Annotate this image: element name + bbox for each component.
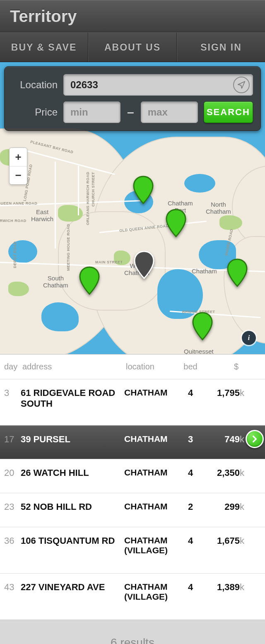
cell-location: CHATHAM (VILLAGE) xyxy=(124,535,178,555)
cell-price: 299k xyxy=(203,502,244,512)
table-row[interactable]: 43 227 VINEYARD AVE CHATHAM (VILLAGE) 4 … xyxy=(0,573,265,620)
cell-bed: 3 xyxy=(178,434,203,445)
town-label: South Chatham xyxy=(43,275,68,289)
row-open-button[interactable] xyxy=(246,430,264,448)
col-location: location xyxy=(124,362,178,371)
cell-bed: 2 xyxy=(178,502,203,512)
main-nav: BUY & SAVE ABOUT US SIGN IN xyxy=(0,32,265,62)
cell-price: 2,350k xyxy=(203,468,244,478)
cell-price: 1,795k xyxy=(203,388,244,398)
map-pin[interactable] xyxy=(78,266,101,296)
cell-bed: 4 xyxy=(178,388,203,398)
table-row[interactable]: 20 26 WATCH HILL CHATHAM 4 2,350k xyxy=(0,459,265,493)
cell-location: CHATHAM xyxy=(124,468,178,478)
table-row[interactable]: 36 106 TISQUANTUM RD CHATHAM (VILLAGE) 4… xyxy=(0,527,265,573)
cell-bed: 4 xyxy=(178,582,203,593)
cell-day: 17 xyxy=(0,434,21,445)
cell-day: 36 xyxy=(0,535,21,546)
cell-day: 23 xyxy=(0,502,21,512)
cell-bed: 4 xyxy=(178,468,203,478)
map-pin[interactable] xyxy=(132,175,154,205)
range-dash: – xyxy=(127,105,134,119)
cell-address: 106 TISQUANTUM RD xyxy=(21,535,124,546)
road-label: S HARWICH ROAD xyxy=(0,219,26,223)
cell-address: 61 RIDGEVALE ROAD SOUTH xyxy=(21,388,124,409)
map-pin[interactable] xyxy=(165,208,187,238)
col-price: $ xyxy=(203,362,244,371)
cell-location: CHATHAM (VILLAGE) xyxy=(124,582,178,602)
cell-price: 1,389k xyxy=(203,582,244,593)
map-pin[interactable] xyxy=(191,311,214,341)
cell-location: CHATHAM xyxy=(124,434,178,444)
map-park xyxy=(58,205,83,222)
zoom-control: + − xyxy=(9,147,27,185)
map-pin[interactable] xyxy=(226,258,248,288)
road-label: MEETING HOUSE ROAD xyxy=(66,224,70,271)
cell-day: 43 xyxy=(0,582,21,593)
map[interactable]: PLEASANT BAY ROAD ORLEANS HARWICH ROAD C… xyxy=(0,62,265,355)
town-label: Quitnesset xyxy=(184,348,214,355)
table-row[interactable]: 23 52 NOB HILL RD CHATHAM 2 299k xyxy=(0,493,265,527)
col-address: address xyxy=(21,362,124,371)
zoom-in-button[interactable]: + xyxy=(10,148,27,166)
chevron-right-icon xyxy=(251,435,259,443)
search-button[interactable]: SEARCH xyxy=(204,101,253,123)
price-min-input[interactable] xyxy=(63,101,120,123)
price-max-input[interactable] xyxy=(141,101,198,123)
cell-address: 39 PURSEL xyxy=(21,434,124,445)
nav-about-us[interactable]: ABOUT US xyxy=(88,33,177,62)
results-footer: 6 results xyxy=(0,620,265,644)
col-day: day xyxy=(0,362,21,371)
cell-day: 20 xyxy=(0,468,21,478)
zoom-out-button[interactable]: − xyxy=(10,166,27,184)
results-count: 6 results xyxy=(111,636,154,644)
app-title: Territory xyxy=(10,7,77,26)
col-bed: bed xyxy=(178,362,203,371)
location-label: Location xyxy=(12,79,58,91)
results-header: day address location bed $ xyxy=(0,355,265,379)
cell-day: 3 xyxy=(0,388,21,398)
nav-buy-save[interactable]: BUY & SAVE xyxy=(0,33,88,62)
map-road xyxy=(55,162,56,248)
map-info-button[interactable]: i xyxy=(242,331,256,345)
location-input[interactable] xyxy=(63,74,253,96)
road-label: MAIN STREET xyxy=(95,260,123,264)
table-row[interactable]: 17 39 PURSEL CHATHAM 3 749k xyxy=(0,425,265,459)
cell-location: CHATHAM xyxy=(124,388,178,398)
road-label: DEPOT ROAD xyxy=(13,241,17,268)
navigate-arrow-icon xyxy=(237,80,246,89)
map-park xyxy=(219,215,242,230)
geolocate-button[interactable] xyxy=(233,77,250,93)
town-label: North Chatham xyxy=(206,201,231,215)
road-label: CHURCH STREET xyxy=(91,172,95,207)
cell-location: CHATHAM xyxy=(124,502,178,511)
table-row[interactable]: 3 61 RIDGEVALE ROAD SOUTH CHATHAM 4 1,79… xyxy=(0,379,265,425)
town-label: East Harwich xyxy=(31,208,53,222)
price-label: Price xyxy=(12,106,58,118)
app-header: Territory xyxy=(0,0,265,32)
results-table: day address location bed $ 3 61 RIDGEVAL… xyxy=(0,355,265,620)
road-label: QUEEN ANNE ROAD xyxy=(0,201,37,205)
nav-sign-in[interactable]: SIGN IN xyxy=(177,33,265,62)
cell-address: 227 VINEYARD AVE xyxy=(21,582,124,593)
search-panel: Location Price – SEARCH xyxy=(4,66,261,131)
map-pin-selected[interactable] xyxy=(133,250,155,280)
map-park xyxy=(8,282,29,296)
map-road xyxy=(78,166,79,215)
cell-price: 749k xyxy=(203,434,244,445)
map-pond xyxy=(184,174,215,193)
cell-address: 26 WATCH HILL xyxy=(21,468,124,478)
cell-address: 52 NOB HILL RD xyxy=(21,502,124,512)
cell-bed: 4 xyxy=(178,535,203,546)
town-label: Chatham xyxy=(192,268,217,275)
cell-price: 1,675k xyxy=(203,535,244,546)
road-label: ORLEANS HARWICH ROAD xyxy=(86,172,90,225)
cell-go xyxy=(244,434,265,448)
